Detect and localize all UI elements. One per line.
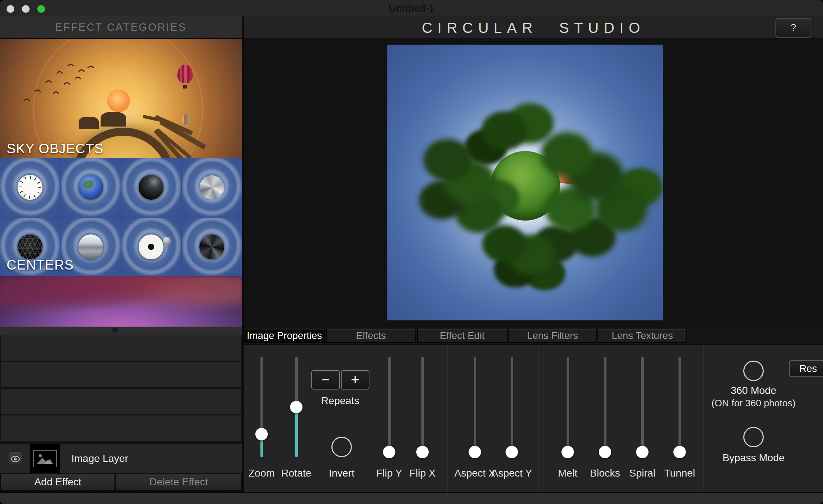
center-thumb-clock-sphere[interactable] (0, 158, 60, 217)
layer-visibility-button[interactable] (8, 452, 22, 466)
preview-canvas (244, 38, 823, 328)
tunnel-slider-label: Tunnel (649, 467, 711, 479)
rotate-slider-fill (295, 407, 298, 458)
flip-x-slider-track[interactable] (421, 357, 424, 457)
aspect-y-slider-track[interactable] (511, 357, 513, 457)
bypass-mode-label: Bypass Mode (699, 452, 808, 464)
tab-bar: Image PropertiesEffectsEffect EditLens F… (244, 328, 823, 344)
flip-y-slider-knob[interactable] (383, 446, 395, 458)
app-window: Untitled-1 EFFECT CATEGORIES SKY OBJECTS (0, 0, 823, 504)
black-glossy-sphere-icon (139, 175, 164, 200)
aspect-x-slider-knob[interactable] (469, 446, 481, 458)
image-placeholder-icon (33, 450, 57, 467)
image-layer-row[interactable]: Image Layer (0, 443, 242, 473)
window-title: Untitled-1 (0, 3, 823, 14)
layer-name: Image Layer (71, 453, 128, 464)
layer-thumbnail[interactable] (30, 444, 60, 473)
eye-icon (11, 456, 20, 462)
center-thumb-geodesic-sphere[interactable] (182, 158, 242, 217)
earth-sphere-icon (78, 175, 103, 200)
tab-image-properties[interactable]: Image Properties (244, 329, 325, 343)
zoom-slider-knob[interactable] (255, 428, 268, 440)
bypass-mode-toggle-button[interactable] (743, 427, 764, 447)
rotate-slider-knob[interactable] (290, 401, 302, 413)
360-mode-subtitle: (ON for 360 photos) (699, 398, 808, 409)
category-label-centers: CENTERS (7, 257, 74, 273)
trees (387, 45, 404, 57)
effect-categories-header: EFFECT CATEGORIES (0, 16, 242, 38)
melt-slider-track[interactable] (567, 357, 569, 457)
tab-lens-textures[interactable]: Lens Textures (598, 329, 687, 343)
blocks-slider-track[interactable] (604, 357, 606, 457)
main-header: CIRCULAR STUDIO ? (244, 16, 823, 38)
hot-air-balloon-icon (177, 64, 193, 83)
city-silhouette (79, 117, 99, 129)
center-thumb-vinyl-disc[interactable] (121, 218, 181, 277)
category-purple-clouds[interactable] (0, 276, 242, 327)
aspect-x-slider-track[interactable] (474, 357, 476, 457)
tunnel-slider-track[interactable] (679, 357, 681, 457)
effect-categories-label: EFFECT CATEGORIES (55, 21, 187, 33)
repeats-label: Repeats (309, 395, 371, 407)
flip-y-slider-track[interactable] (388, 357, 391, 457)
app-title: CIRCULAR STUDIO (244, 20, 823, 36)
aspect-y-slider-label: Aspect Y (481, 467, 543, 479)
tiny-planet-photo (387, 45, 663, 320)
window-bottom-strip (0, 492, 823, 504)
center-thumb-black-glossy-sphere[interactable] (121, 158, 181, 217)
tunnel-slider-knob[interactable] (673, 446, 686, 458)
category-centers: CENTERS (0, 158, 242, 276)
blocks-slider-knob[interactable] (599, 446, 611, 458)
add-effect-button[interactable]: Add Effect (1, 473, 115, 490)
category-sky-objects[interactable]: SKY OBJECTS (0, 39, 242, 158)
category-collapse-handle[interactable] (0, 327, 242, 335)
aspect-y-slider-knob[interactable] (506, 446, 518, 458)
city-silhouette (101, 112, 126, 127)
small-balloon-icon (182, 114, 191, 125)
delete-effect-button[interactable]: Delete Effect (116, 473, 241, 490)
chrome-sphere-icon (78, 234, 103, 259)
help-button[interactable]: ? (775, 18, 811, 38)
crystal-sphere-icon (199, 234, 224, 259)
effects-list-empty-row (1, 415, 241, 442)
360-mode-label: 360 Mode (699, 385, 808, 396)
spiral-slider-knob[interactable] (636, 446, 649, 458)
effects-list-empty-row (1, 335, 241, 362)
vinyl-disc-icon (139, 234, 164, 259)
center-thumb-earth-sphere[interactable] (61, 158, 121, 217)
geodesic-sphere-icon (199, 175, 224, 200)
effects-list-empty-row (1, 389, 241, 415)
tab-lens-filters[interactable]: Lens Filters (508, 329, 597, 343)
repeats-plus-button[interactable]: + (341, 370, 369, 390)
rotate-slider-label: Rotate (265, 467, 327, 479)
image-properties-panel: − + Repeats Invert 360 Mode (ON for 360 … (244, 344, 823, 493)
reset-button[interactable]: Res (789, 360, 823, 377)
birds-icon (20, 57, 104, 112)
clock-sphere-icon (18, 175, 42, 200)
sun (107, 90, 130, 112)
center-thumb-crystal-sphere[interactable] (182, 218, 242, 277)
melt-slider-knob[interactable] (561, 446, 574, 458)
tab-effect-edit[interactable]: Effect Edit (417, 329, 507, 343)
360-mode-toggle-button[interactable] (743, 361, 764, 381)
invert-toggle-button[interactable] (331, 437, 352, 457)
window-chrome: Untitled-1 EFFECT CATEGORIES SKY OBJECTS (0, 0, 823, 504)
effects-list (0, 335, 242, 443)
collapse-notch-icon (112, 327, 118, 334)
green-planet (491, 151, 560, 221)
repeats-minus-button[interactable]: − (311, 370, 340, 390)
spiral-slider-track[interactable] (641, 357, 644, 457)
flip-x-slider-knob[interactable] (416, 446, 429, 458)
tab-effects[interactable]: Effects (326, 329, 416, 343)
effects-list-empty-row (1, 362, 241, 389)
wireframe-sphere-icon (18, 234, 42, 259)
titlebar: Untitled-1 (0, 0, 823, 17)
category-label-sky-objects: SKY OBJECTS (7, 141, 104, 157)
